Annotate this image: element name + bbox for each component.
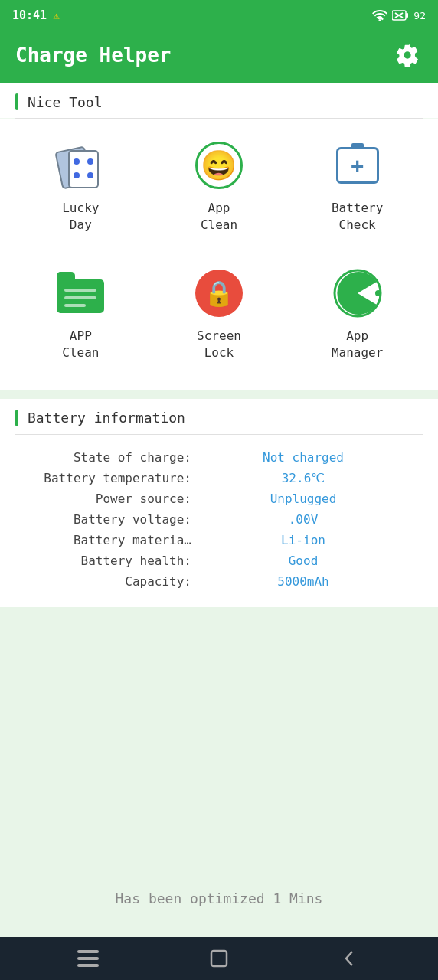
status-right: 92 [372, 9, 426, 21]
lucky-day-item[interactable]: Lucky Day [15, 126, 146, 247]
svg-point-7 [87, 158, 93, 165]
menu-icon [77, 950, 99, 967]
battery-row-charge: State of charge: Not charged [23, 447, 415, 468]
app-manager-icon-container [331, 266, 384, 320]
app-clean-icon: 😄 [192, 139, 246, 192]
folder-svg [57, 272, 104, 315]
optimized-text: Has been optimized 1 Mins [116, 890, 323, 906]
wechat-face: 😄 [201, 149, 237, 182]
svg-rect-14 [64, 304, 86, 307]
battery-section-bar [15, 410, 18, 426]
time-display: 10:41 [12, 8, 47, 22]
voltage-value: .00V [191, 512, 415, 527]
wifi-icon [372, 9, 387, 21]
app-header: Charge Helper [0, 31, 438, 83]
capacity-label: Capacity: [23, 574, 191, 589]
battery-row-voltage: Battery voltage: .00V [23, 509, 415, 530]
lucky-day-icon [54, 139, 107, 192]
voltage-label: Battery voltage: [23, 512, 191, 527]
temp-label: Battery temperature: [23, 471, 191, 485]
svg-rect-19 [77, 964, 99, 967]
svg-rect-18 [77, 957, 99, 960]
material-label: Battery materia… [23, 533, 191, 547]
app-title: Charge Helper [15, 44, 172, 67]
source-value: Unplugged [191, 492, 415, 506]
battery-info-header: Battery information [0, 399, 438, 434]
battery-row-temp: Battery temperature: 32.6℃ [23, 468, 415, 488]
settings-button[interactable] [392, 40, 423, 70]
back-icon [342, 949, 358, 969]
health-value: Good [191, 554, 415, 568]
material-value: Li-ion [191, 533, 415, 547]
battery-check-box: + [336, 147, 379, 184]
warning-icon: ⚠ [53, 9, 59, 21]
nice-tool-section-header: Nice Tool [0, 83, 438, 118]
svg-rect-17 [77, 950, 99, 953]
battery-check-icon-container: + [331, 139, 384, 192]
health-label: Battery health: [23, 554, 191, 568]
svg-rect-13 [64, 296, 96, 299]
battery-row-capacity: Capacity: 5000mAh [23, 571, 415, 592]
svg-rect-12 [64, 289, 96, 292]
screen-lock-icon-container: 🔒 [192, 266, 246, 320]
svg-point-8 [74, 172, 80, 178]
gear-icon [395, 43, 420, 67]
charge-label: State of charge: [23, 450, 191, 465]
lock-symbol: 🔒 [204, 279, 234, 308]
temp-value: 32.6℃ [191, 471, 415, 485]
home-square-icon [209, 949, 229, 969]
menu-nav-button[interactable] [74, 945, 102, 972]
section-bar-accent [15, 93, 18, 110]
status-left: 10:41 ⚠ [12, 8, 60, 22]
app-clean2-label: APP Clean [62, 328, 99, 362]
svg-point-16 [375, 290, 381, 296]
svg-point-6 [74, 158, 80, 165]
screen-lock-label: Screen Lock [197, 328, 241, 362]
app-clean2-item[interactable]: APP Clean [15, 254, 146, 374]
nice-tool-title: Nice Tool [28, 94, 103, 110]
svg-rect-11 [57, 272, 75, 284]
capacity-value: 5000mAh [191, 574, 415, 589]
app-manager-item[interactable]: App Manager [292, 254, 423, 374]
back-nav-button[interactable] [336, 945, 364, 972]
plus-icon: + [351, 153, 364, 178]
battery-check-item[interactable]: + Battery Check [292, 126, 423, 247]
status-bar: 10:41 ⚠ 92 [0, 0, 438, 31]
tool-grid: Lucky Day 😄 App Clean + Battery Check [0, 119, 438, 390]
battery-info-table: State of charge: Not charged Battery tem… [0, 435, 438, 607]
battery-percent: 92 [413, 10, 426, 21]
wechat-circle: 😄 [195, 142, 243, 189]
battery-info-title: Battery information [28, 410, 185, 426]
battery-row-source: Power source: Unplugged [23, 488, 415, 509]
battery-row-material: Battery materia… Li-ion [23, 530, 415, 550]
svg-rect-1 [406, 13, 408, 18]
battery-row-health: Battery health: Good [23, 550, 415, 571]
app-clean-label: App Clean [201, 200, 237, 234]
app-manager-svg [332, 268, 383, 318]
lucky-day-label: Lucky Day [62, 200, 99, 234]
section-divider [0, 390, 438, 399]
home-nav-button[interactable] [205, 945, 233, 972]
svg-rect-20 [211, 951, 227, 966]
battery-section: Battery information State of charge: Not… [0, 399, 438, 607]
app-manager-label: App Manager [332, 328, 383, 362]
optimized-footer-area: Has been optimized 1 Mins [0, 607, 438, 937]
screen-lock-item[interactable]: 🔒 Screen Lock [154, 254, 285, 374]
app-clean-item[interactable]: 😄 App Clean [154, 126, 285, 247]
svg-point-9 [87, 172, 93, 178]
source-label: Power source: [23, 492, 191, 506]
app-clean2-icon-container [54, 266, 107, 320]
svg-rect-5 [69, 151, 98, 188]
lucky-day-svg [55, 140, 106, 191]
battery-check-label: Battery Check [332, 200, 383, 234]
nav-bar [0, 937, 438, 980]
lock-circle: 🔒 [195, 270, 243, 317]
charge-value: Not charged [191, 450, 415, 465]
battery-warning-icon [392, 10, 409, 21]
